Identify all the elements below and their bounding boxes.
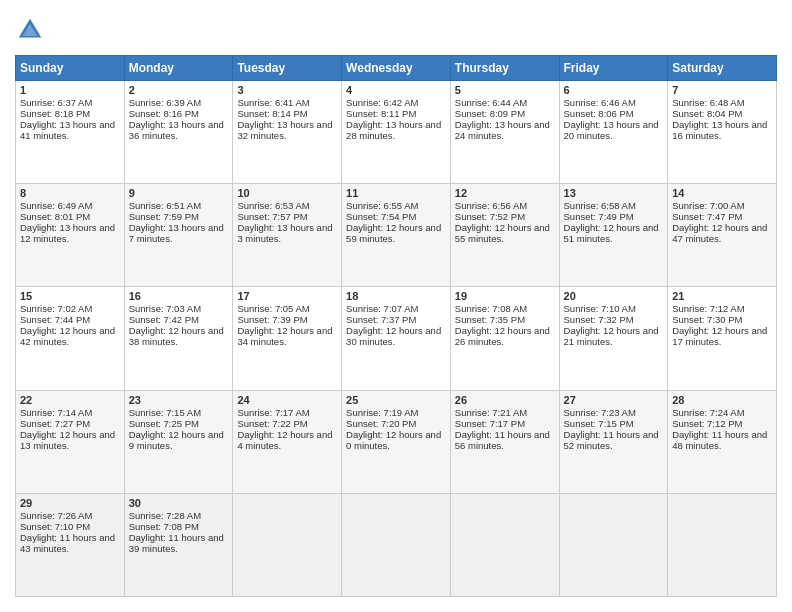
calendar-cell: 18Sunrise: 7:07 AMSunset: 7:37 PMDayligh… [342,287,451,390]
sunset-text: Sunset: 8:01 PM [20,211,120,222]
sunrise-text: Sunrise: 7:10 AM [564,303,664,314]
daylight-text: Daylight: 11 hours and 52 minutes. [564,429,664,451]
calendar-cell: 21Sunrise: 7:12 AMSunset: 7:30 PMDayligh… [668,287,777,390]
calendar-cell: 17Sunrise: 7:05 AMSunset: 7:39 PMDayligh… [233,287,342,390]
daylight-text: Daylight: 12 hours and 4 minutes. [237,429,337,451]
sunrise-text: Sunrise: 7:03 AM [129,303,229,314]
calendar-cell: 26Sunrise: 7:21 AMSunset: 7:17 PMDayligh… [450,390,559,493]
sunrise-text: Sunrise: 6:53 AM [237,200,337,211]
calendar-cell: 1Sunrise: 6:37 AMSunset: 8:18 PMDaylight… [16,81,125,184]
sunset-text: Sunset: 7:15 PM [564,418,664,429]
sunrise-text: Sunrise: 6:48 AM [672,97,772,108]
calendar-header-sunday: Sunday [16,56,125,81]
sunrise-text: Sunrise: 7:12 AM [672,303,772,314]
daylight-text: Daylight: 11 hours and 48 minutes. [672,429,772,451]
sunset-text: Sunset: 8:16 PM [129,108,229,119]
sunrise-text: Sunrise: 7:08 AM [455,303,555,314]
daylight-text: Daylight: 12 hours and 55 minutes. [455,222,555,244]
calendar-cell: 13Sunrise: 6:58 AMSunset: 7:49 PMDayligh… [559,184,668,287]
day-number: 29 [20,497,120,509]
sunrise-text: Sunrise: 6:51 AM [129,200,229,211]
daylight-text: Daylight: 13 hours and 3 minutes. [237,222,337,244]
daylight-text: Daylight: 11 hours and 56 minutes. [455,429,555,451]
calendar-cell: 5Sunrise: 6:44 AMSunset: 8:09 PMDaylight… [450,81,559,184]
calendar-cell: 14Sunrise: 7:00 AMSunset: 7:47 PMDayligh… [668,184,777,287]
calendar-cell: 4Sunrise: 6:42 AMSunset: 8:11 PMDaylight… [342,81,451,184]
daylight-text: Daylight: 11 hours and 39 minutes. [129,532,229,554]
day-number: 26 [455,394,555,406]
day-number: 27 [564,394,664,406]
sunset-text: Sunset: 7:35 PM [455,314,555,325]
day-number: 9 [129,187,229,199]
calendar-cell: 3Sunrise: 6:41 AMSunset: 8:14 PMDaylight… [233,81,342,184]
daylight-text: Daylight: 12 hours and 51 minutes. [564,222,664,244]
sunset-text: Sunset: 8:11 PM [346,108,446,119]
calendar-cell: 10Sunrise: 6:53 AMSunset: 7:57 PMDayligh… [233,184,342,287]
sunrise-text: Sunrise: 6:56 AM [455,200,555,211]
sunrise-text: Sunrise: 6:46 AM [564,97,664,108]
daylight-text: Daylight: 13 hours and 36 minutes. [129,119,229,141]
day-number: 13 [564,187,664,199]
daylight-text: Daylight: 12 hours and 47 minutes. [672,222,772,244]
day-number: 3 [237,84,337,96]
daylight-text: Daylight: 12 hours and 17 minutes. [672,325,772,347]
sunset-text: Sunset: 7:22 PM [237,418,337,429]
calendar-cell [668,493,777,596]
day-number: 5 [455,84,555,96]
sunrise-text: Sunrise: 6:58 AM [564,200,664,211]
sunset-text: Sunset: 7:12 PM [672,418,772,429]
daylight-text: Daylight: 12 hours and 42 minutes. [20,325,120,347]
calendar-cell: 24Sunrise: 7:17 AMSunset: 7:22 PMDayligh… [233,390,342,493]
sunrise-text: Sunrise: 7:26 AM [20,510,120,521]
sunrise-text: Sunrise: 6:49 AM [20,200,120,211]
day-number: 23 [129,394,229,406]
daylight-text: Daylight: 13 hours and 12 minutes. [20,222,120,244]
calendar-header-saturday: Saturday [668,56,777,81]
day-number: 19 [455,290,555,302]
sunset-text: Sunset: 7:37 PM [346,314,446,325]
calendar-cell [233,493,342,596]
calendar-cell: 16Sunrise: 7:03 AMSunset: 7:42 PMDayligh… [124,287,233,390]
calendar-cell: 30Sunrise: 7:28 AMSunset: 7:08 PMDayligh… [124,493,233,596]
calendar-header-monday: Monday [124,56,233,81]
day-number: 7 [672,84,772,96]
day-number: 30 [129,497,229,509]
sunrise-text: Sunrise: 7:19 AM [346,407,446,418]
calendar-cell: 6Sunrise: 6:46 AMSunset: 8:06 PMDaylight… [559,81,668,184]
sunrise-text: Sunrise: 6:42 AM [346,97,446,108]
day-number: 18 [346,290,446,302]
calendar-cell: 27Sunrise: 7:23 AMSunset: 7:15 PMDayligh… [559,390,668,493]
sunset-text: Sunset: 7:39 PM [237,314,337,325]
sunrise-text: Sunrise: 7:14 AM [20,407,120,418]
daylight-text: Daylight: 13 hours and 41 minutes. [20,119,120,141]
day-number: 25 [346,394,446,406]
calendar-header-wednesday: Wednesday [342,56,451,81]
calendar-cell: 9Sunrise: 6:51 AMSunset: 7:59 PMDaylight… [124,184,233,287]
daylight-text: Daylight: 12 hours and 9 minutes. [129,429,229,451]
day-number: 12 [455,187,555,199]
calendar-week-row: 22Sunrise: 7:14 AMSunset: 7:27 PMDayligh… [16,390,777,493]
logo [15,15,49,45]
sunset-text: Sunset: 7:44 PM [20,314,120,325]
calendar-header-thursday: Thursday [450,56,559,81]
sunset-text: Sunset: 7:47 PM [672,211,772,222]
daylight-text: Daylight: 12 hours and 26 minutes. [455,325,555,347]
sunrise-text: Sunrise: 7:21 AM [455,407,555,418]
calendar-week-row: 8Sunrise: 6:49 AMSunset: 8:01 PMDaylight… [16,184,777,287]
sunset-text: Sunset: 7:52 PM [455,211,555,222]
daylight-text: Daylight: 12 hours and 34 minutes. [237,325,337,347]
sunrise-text: Sunrise: 7:28 AM [129,510,229,521]
sunrise-text: Sunrise: 6:55 AM [346,200,446,211]
calendar-cell: 29Sunrise: 7:26 AMSunset: 7:10 PMDayligh… [16,493,125,596]
calendar-header-tuesday: Tuesday [233,56,342,81]
calendar-week-row: 1Sunrise: 6:37 AMSunset: 8:18 PMDaylight… [16,81,777,184]
sunrise-text: Sunrise: 6:41 AM [237,97,337,108]
sunset-text: Sunset: 7:30 PM [672,314,772,325]
logo-icon [15,15,45,45]
sunrise-text: Sunrise: 6:39 AM [129,97,229,108]
daylight-text: Daylight: 11 hours and 43 minutes. [20,532,120,554]
daylight-text: Daylight: 13 hours and 32 minutes. [237,119,337,141]
day-number: 10 [237,187,337,199]
daylight-text: Daylight: 13 hours and 16 minutes. [672,119,772,141]
sunset-text: Sunset: 7:57 PM [237,211,337,222]
